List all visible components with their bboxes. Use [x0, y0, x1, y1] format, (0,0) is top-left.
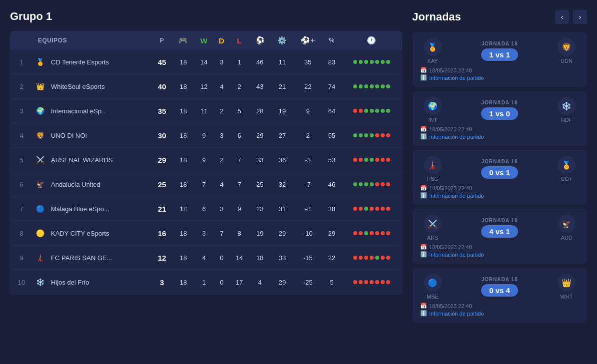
- cell-points: 29: [152, 148, 172, 172]
- cell-ga: 11: [271, 50, 294, 74]
- cell-gd: 2: [293, 123, 322, 148]
- header-draws: D: [213, 31, 230, 50]
- match-card: 🌍 INT JORNADA 18 1 vs 0 ❄️ HDF 📅 18/05/2…: [412, 91, 587, 146]
- form-dot: [381, 182, 385, 186]
- cell-rank: 6: [10, 172, 30, 197]
- cell-points: 40: [152, 74, 172, 99]
- match-date: 📅 18/05/2023 22:40: [420, 185, 579, 191]
- cell-rank: 2: [10, 74, 30, 99]
- match-date: 📅 18/05/2023 22:40: [420, 244, 579, 250]
- cell-ga: 27: [271, 123, 294, 148]
- matches-container: 🏅 KAY JORNADA 18 1 vs 1 🦁 UDN 📅 18/05/20…: [412, 32, 587, 323]
- team-name-label: Málaga Blue eSpo...: [51, 205, 109, 213]
- away-team-side: ❄️ HDF: [554, 97, 579, 123]
- form-dot: [375, 133, 379, 137]
- standings-table-container: EQUIPOS P 🎮 W D L ⚽ ⚙️ ⚽+ % 🕐 1 🏅 C: [10, 31, 402, 295]
- form-dot: [381, 231, 385, 235]
- cell-gf: 23: [249, 197, 271, 221]
- form-dot: [370, 133, 374, 137]
- away-team-side: 🦅 AUD: [554, 215, 579, 241]
- cell-draws: 3: [213, 50, 230, 74]
- cell-played: 18: [172, 270, 195, 295]
- score-badge: 4 vs 1: [481, 225, 518, 238]
- match-teams-row: 🗼 PSG JORNADA 18 0 vs 1 🏅 CDT: [420, 156, 579, 182]
- form-dot: [370, 109, 374, 113]
- form-dot: [375, 84, 379, 88]
- cell-losses: 7: [230, 172, 249, 197]
- cell-losses: 17: [230, 270, 249, 295]
- match-info-link[interactable]: ℹ️ Información de partido: [420, 251, 579, 258]
- match-date-text: 18/05/2023 22:40: [429, 67, 472, 73]
- jornadas-header: Jornadas ‹ ›: [412, 10, 587, 24]
- group-title: Grupo 1: [10, 10, 402, 23]
- match-footer: 📅 18/05/2023 22:40 ℹ️ Información de par…: [420, 126, 579, 140]
- cell-pct: 53: [322, 148, 341, 172]
- cell-gf: 33: [249, 148, 271, 172]
- cell-wins: 3: [194, 221, 213, 246]
- cell-played: 18: [172, 172, 195, 197]
- team-name-label: Andalucía United: [51, 181, 100, 188]
- form-dot: [375, 207, 379, 211]
- form-dot: [370, 280, 374, 284]
- team-icon: 🌍: [33, 104, 47, 118]
- cell-losses: 5: [230, 99, 249, 123]
- form-dot: [353, 133, 357, 137]
- cell-points: 30: [152, 123, 172, 148]
- home-avatar: ⚔️: [424, 215, 442, 233]
- team-icon: ❄️: [33, 275, 47, 289]
- form-dot: [386, 256, 390, 260]
- cell-ga: 32: [271, 172, 294, 197]
- cell-form: [341, 270, 402, 295]
- calendar-icon: 📅: [420, 244, 427, 250]
- form-dot: [381, 280, 385, 284]
- form-dot: [370, 256, 374, 260]
- cell-gd: -8: [293, 197, 322, 221]
- form-dot: [386, 133, 390, 137]
- form-dot: [381, 60, 385, 64]
- cell-wins: 1: [194, 270, 213, 295]
- header-ga: ⚙️: [271, 31, 294, 50]
- header-points: P: [152, 31, 172, 50]
- match-info-link[interactable]: ℹ️ Información de partido: [420, 133, 579, 140]
- cell-gf: 29: [249, 123, 271, 148]
- cell-pct: 38: [322, 197, 341, 221]
- header-played: 🎮: [172, 31, 195, 50]
- form-dot: [359, 158, 363, 162]
- form-dot: [353, 231, 357, 235]
- jornada-label: JORNADA 18: [482, 277, 518, 282]
- cell-gf: 28: [249, 99, 271, 123]
- match-info-link[interactable]: ℹ️ Información de partido: [420, 192, 579, 199]
- away-team-side: 🏅 CDT: [554, 156, 579, 182]
- cell-form: [341, 221, 402, 246]
- cell-rank: 10: [10, 270, 30, 295]
- calendar-icon: 📅: [420, 67, 427, 73]
- away-abbr: WHT: [560, 294, 573, 300]
- away-team-side: 🦁 UDN: [554, 38, 579, 64]
- home-avatar: 🔵: [424, 274, 442, 292]
- cell-draws: 0: [213, 246, 230, 270]
- info-label: Información de partido: [429, 134, 484, 140]
- match-card: ⚔️ ARS JORNADA 18 4 vs 1 🦅 AUD 📅 18/05/2…: [412, 209, 587, 264]
- next-arrow[interactable]: ›: [573, 10, 587, 24]
- table-row: 4 🦁 UNO DI NOI 30 18 9 3 6 29 27 2 55: [10, 123, 402, 148]
- match-info-link[interactable]: ℹ️ Información de partido: [420, 310, 579, 317]
- match-info-link[interactable]: ℹ️ Información de partido: [420, 74, 579, 81]
- team-icon: 👑: [33, 79, 47, 93]
- calendar-icon: 📅: [420, 303, 427, 309]
- form-dot: [364, 109, 368, 113]
- match-footer: 📅 18/05/2023 22:40 ℹ️ Información de par…: [420, 185, 579, 199]
- right-panel: Jornadas ‹ › 🏅 KAY JORNADA 18 1 vs 1 🦁 U…: [412, 10, 587, 354]
- home-avatar: 🏅: [424, 38, 442, 56]
- cell-points: 3: [152, 270, 172, 295]
- away-avatar: 🏅: [558, 156, 576, 174]
- cell-losses: 6: [230, 123, 249, 148]
- team-name-label: Internacional eSp...: [51, 107, 107, 115]
- match-center: JORNADA 18 4 vs 1: [445, 218, 554, 238]
- prev-arrow[interactable]: ‹: [555, 10, 569, 24]
- form-dot: [375, 280, 379, 284]
- cell-gd: 22: [293, 74, 322, 99]
- form-dot: [353, 256, 357, 260]
- cell-pct: 64: [322, 99, 341, 123]
- score-badge: 1 vs 0: [481, 107, 518, 120]
- cell-played: 18: [172, 74, 195, 99]
